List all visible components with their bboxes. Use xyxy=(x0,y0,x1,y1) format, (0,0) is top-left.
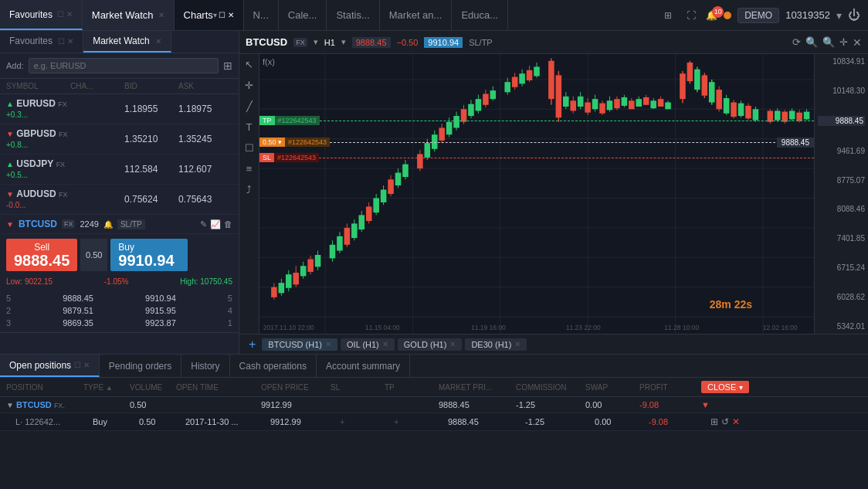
text-tool[interactable]: T xyxy=(245,120,254,134)
grid-icon[interactable]: ⊞ xyxy=(223,59,232,72)
charts-tab-icons: ☐ ✕ xyxy=(219,11,234,19)
position-row-btcusd[interactable]: ▼ BTCUSD FX. 0.50 9912.99 9888.45 -1.25 … xyxy=(0,397,868,413)
tab-marketwatch[interactable]: Market Watch ✕ xyxy=(83,0,175,30)
svg-rect-106 xyxy=(629,100,635,109)
left-tab-marketwatch-close[interactable]: ✕ xyxy=(155,37,161,46)
sell-button[interactable]: Sell 9888.45 xyxy=(6,239,77,271)
chart-tab-btcusd-close[interactable]: ✕ xyxy=(325,340,331,348)
chart-close-icon[interactable]: ✕ xyxy=(853,36,862,49)
symbol-row-usdjpy[interactable]: ▲ USDJPY FX +0.5... 112.584 112.607 xyxy=(0,155,239,185)
btcusd-delete-icon[interactable]: 🗑 xyxy=(224,219,232,229)
tab-favourites[interactable]: Favourites ☐ ✕ xyxy=(0,0,83,30)
btcusd-edit-icon[interactable]: ✎ xyxy=(200,219,207,229)
close-dropdown-arrow[interactable]: ▾ xyxy=(739,383,743,392)
chart-tab-gold[interactable]: GOLD (H1) ✕ xyxy=(398,338,463,351)
pos-btcusd-type-label: FX. xyxy=(54,402,65,409)
btcusd-low: Low: 9022.15 xyxy=(6,277,53,286)
pos-btcusd-name: BTCUSD xyxy=(16,400,52,409)
left-tab-favourites-close[interactable]: ☐ ✕ xyxy=(58,37,73,46)
left-tab-favourites[interactable]: Favourites ☐ ✕ xyxy=(0,31,83,53)
tab-favourites-close[interactable]: ☐ ✕ xyxy=(57,10,73,19)
price-6028: 6028.62 xyxy=(818,293,865,301)
tab-pending-orders[interactable]: Pending orders xyxy=(100,355,181,377)
chart-tab-oil-close[interactable]: ✕ xyxy=(382,340,388,348)
sell-label: Sell xyxy=(34,242,49,253)
tab-cash-operations[interactable]: Cash operations xyxy=(230,355,317,377)
svg-rect-26 xyxy=(307,259,314,271)
share-tool[interactable]: ⤴ xyxy=(245,182,253,197)
btcusd-collapse-arrow[interactable]: ▼ xyxy=(6,220,14,229)
chart-tab-oil[interactable]: OIL (H1) ✕ xyxy=(341,338,395,351)
buy-button[interactable]: Buy 9910.94 xyxy=(110,239,188,271)
price-8088: 8088.46 xyxy=(818,205,865,213)
pos-delete-icon[interactable]: ✕ xyxy=(732,416,740,427)
col-volume: VOLUME xyxy=(130,383,176,392)
btcusd-icons: ✎ 📈 🗑 xyxy=(200,219,232,229)
svg-rect-88 xyxy=(563,97,569,107)
account-dropdown-arrow[interactable]: ▾ xyxy=(836,9,842,22)
tab-history[interactable]: History xyxy=(181,355,229,377)
tab-calendar[interactable]: Cale... xyxy=(279,0,327,30)
left-tab-marketwatch[interactable]: Market Watch ✕ xyxy=(83,31,171,53)
svg-rect-74 xyxy=(504,82,510,92)
tab-n[interactable]: N... xyxy=(244,0,279,30)
svg-rect-30 xyxy=(330,245,336,259)
tab-market-analysis[interactable]: Market an... xyxy=(380,0,453,30)
tab-statistics[interactable]: Statis... xyxy=(327,0,379,30)
add-label: Add: xyxy=(6,61,24,70)
tab-open-positions-close[interactable]: ☐ ✕ xyxy=(74,361,90,369)
ob-bid-1: 9888.45 xyxy=(63,294,93,303)
chart-tab-de30[interactable]: DE30 (H1) ✕ xyxy=(465,338,527,351)
cursor-tool[interactable]: ↖ xyxy=(243,57,255,72)
chart-crosshair-icon[interactable]: ✛ xyxy=(839,36,848,49)
chart-zoom-in-icon[interactable]: 🔍 xyxy=(805,36,818,49)
layers-tool[interactable]: ≡ xyxy=(245,161,254,176)
chart-current-price: 9888.45 xyxy=(352,37,391,48)
candlestick-chart: 2017.11.10 22:00 11.15 04:00 11.19 16:00… xyxy=(259,54,814,334)
btcusd-sltp[interactable]: SL/TP xyxy=(117,219,145,229)
notification-bell[interactable]: 🔔 10 xyxy=(706,10,717,21)
symbol-row-gbpusd[interactable]: ▼ GBPUSD FX +0.8... 1.35210 1.35245 xyxy=(0,124,239,155)
btcusd-high: High: 10750.45 xyxy=(180,277,232,286)
chart-f-label: f(x) xyxy=(263,57,275,66)
chart-sltp: SL/TP xyxy=(469,38,493,47)
tab-open-positions[interactable]: Open positions ☐ ✕ xyxy=(0,355,100,377)
symbol-row-eurusd[interactable]: ▲ EURUSD FX +0.3... 1.18955 1.18975 xyxy=(0,94,239,124)
crosshair-tool[interactable]: ✛ xyxy=(243,78,255,93)
position-row-122642[interactable]: L· 122642... Buy 0.50 2017-11-30 ... 991… xyxy=(0,413,868,431)
svg-rect-82 xyxy=(534,66,540,76)
tab-education[interactable]: Educa... xyxy=(452,0,508,30)
chart-tab-de30-close[interactable]: ✕ xyxy=(514,340,520,348)
pos-btcusd-expand[interactable]: ▼ xyxy=(6,401,14,409)
tab-account-summary[interactable]: Account summary xyxy=(317,355,410,377)
chart-zoom-out-icon[interactable]: 🔍 xyxy=(822,36,835,49)
order-book: 5 9888.45 9910.94 5 2 9879.51 9915.95 4 … xyxy=(0,289,239,332)
btcusd-chart-icon[interactable]: 📈 xyxy=(210,219,221,229)
close-all-button[interactable]: CLOSE ▾ xyxy=(701,381,749,393)
chart-body: ↖ ✛ ╱ T ☐ ≡ ⤴ f(x) TP #122642543 0.50 ▾ … xyxy=(239,54,868,334)
tab-charts[interactable]: Charts ▾ ☐ ✕ xyxy=(175,0,244,30)
chart-tab-btcusd[interactable]: BTCUSD (H1) ✕ xyxy=(262,338,337,351)
tab-marketwatch-close[interactable]: ✕ xyxy=(158,11,164,19)
rectangle-tool[interactable]: ☐ xyxy=(243,141,256,155)
layout-icon[interactable]: ⊞ xyxy=(659,7,676,24)
gbpusd-ask: 1.35245 xyxy=(178,134,232,144)
svg-rect-72 xyxy=(490,90,497,99)
pos-refresh-icon[interactable]: ↺ xyxy=(721,416,729,427)
line-tool[interactable]: ╱ xyxy=(245,99,254,114)
chart-sync-icon[interactable]: ⟳ xyxy=(792,36,801,49)
tab-cash-operations-label: Cash operations xyxy=(239,361,307,372)
add-chart-tab-button[interactable]: + xyxy=(246,338,259,351)
fullscreen-icon[interactable]: ⛶ xyxy=(683,7,700,24)
pos-copy-icon[interactable]: ⊞ xyxy=(710,416,718,427)
svg-rect-100 xyxy=(607,100,613,110)
ob-row-3: 3 9869.35 9923.87 1 xyxy=(6,317,232,329)
symbol-row-audusd[interactable]: ▼ AUDUSD FX -0.0... 0.75624 0.75643 xyxy=(0,185,239,215)
svg-text:2017.11.10 22:00: 2017.11.10 22:00 xyxy=(263,323,314,331)
ob-ask-2: 9915.95 xyxy=(145,306,176,315)
chart-tab-gold-close[interactable]: ✕ xyxy=(449,340,456,348)
pos-btcusd-symbol: ▼ BTCUSD FX. xyxy=(6,400,83,409)
search-input[interactable] xyxy=(29,58,219,73)
symbol-table-header: SYMBOL CHA... BID ASK xyxy=(0,79,239,94)
power-button[interactable]: ⏻ xyxy=(848,8,860,22)
